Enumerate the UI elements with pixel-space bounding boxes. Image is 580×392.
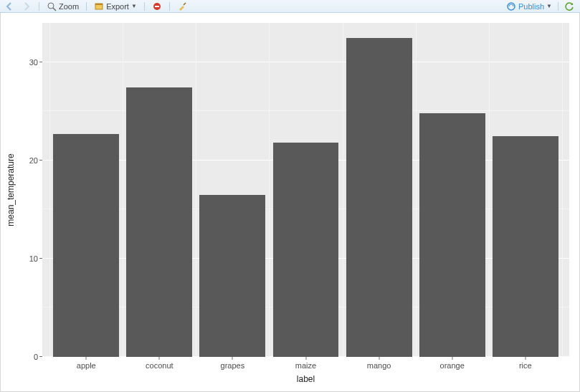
- svg-point-0: [48, 3, 54, 9]
- svg-line-6: [184, 3, 186, 5]
- chevron-down-icon: ▼: [546, 3, 552, 9]
- y-tick-mark: [39, 160, 42, 161]
- remove-button[interactable]: [151, 1, 163, 11]
- y-axis-title: mean_temperature: [6, 153, 16, 226]
- toolbar-separator: [86, 2, 87, 11]
- svg-line-1: [53, 8, 56, 11]
- x-tick-label: grapes: [221, 361, 245, 370]
- bar: [419, 113, 485, 357]
- bar: [273, 143, 339, 357]
- x-tick-label: coconut: [146, 361, 173, 370]
- x-tick-label: mango: [367, 361, 391, 370]
- bar: [199, 195, 265, 357]
- x-tick-label: maize: [295, 361, 316, 370]
- x-tick-mark: [525, 357, 526, 360]
- x-tick-label: orange: [440, 361, 465, 370]
- x-tick-mark: [305, 357, 306, 360]
- publish-button[interactable]: Publish ▼: [505, 1, 553, 11]
- bar: [493, 136, 558, 357]
- bar: [346, 38, 412, 357]
- x-tick-mark: [86, 357, 87, 360]
- chevron-down-icon: ▼: [131, 3, 137, 9]
- publish-label: Publish: [518, 2, 544, 11]
- plot: 0102030 mean_temperature label applecoco…: [5, 17, 575, 387]
- toolbar-separator: [39, 2, 39, 11]
- bars-layer: [42, 23, 569, 357]
- toolbar-separator: [558, 2, 558, 11]
- clear-button[interactable]: [176, 1, 189, 11]
- publish-icon: [506, 1, 516, 11]
- x-tick-mark: [232, 357, 233, 360]
- x-tick-label: apple: [77, 361, 96, 370]
- refresh-icon: [564, 1, 574, 11]
- x-axis: label applecoconutgrapesmaizemangoorange…: [42, 357, 569, 387]
- svg-rect-3: [95, 4, 103, 5]
- remove-icon: [152, 1, 162, 11]
- arrow-right-icon: [22, 1, 32, 11]
- zoom-icon: [47, 1, 57, 11]
- y-axis-title-wrap: mean_temperature: [5, 23, 16, 357]
- x-tick-mark: [452, 357, 452, 360]
- arrow-left-icon: [4, 1, 14, 11]
- bar: [53, 134, 119, 357]
- plot-toolbar: Zoom Export ▼ Publish ▼: [0, 0, 580, 13]
- zoom-label: Zoom: [59, 2, 79, 11]
- x-tick-mark: [379, 357, 379, 360]
- toolbar-separator: [169, 2, 170, 11]
- plot-panel: [42, 23, 569, 357]
- refresh-button[interactable]: [563, 1, 576, 11]
- broom-icon: [177, 1, 187, 11]
- export-icon: [94, 1, 104, 11]
- export-label: Export: [106, 2, 129, 11]
- back-button[interactable]: [3, 1, 16, 11]
- x-tick-mark: [159, 357, 160, 360]
- y-tick-mark: [39, 62, 42, 62]
- x-axis-title: label: [297, 374, 315, 384]
- toolbar-separator: [144, 2, 145, 11]
- y-tick-mark: [39, 258, 42, 259]
- zoom-button[interactable]: Zoom: [45, 1, 80, 11]
- x-tick-label: rice: [519, 361, 532, 370]
- forward-button[interactable]: [20, 1, 33, 11]
- svg-rect-5: [155, 6, 159, 7]
- bar: [126, 87, 192, 357]
- chart-container: 0102030 mean_temperature label applecoco…: [0, 13, 580, 392]
- export-button[interactable]: Export ▼: [92, 1, 138, 11]
